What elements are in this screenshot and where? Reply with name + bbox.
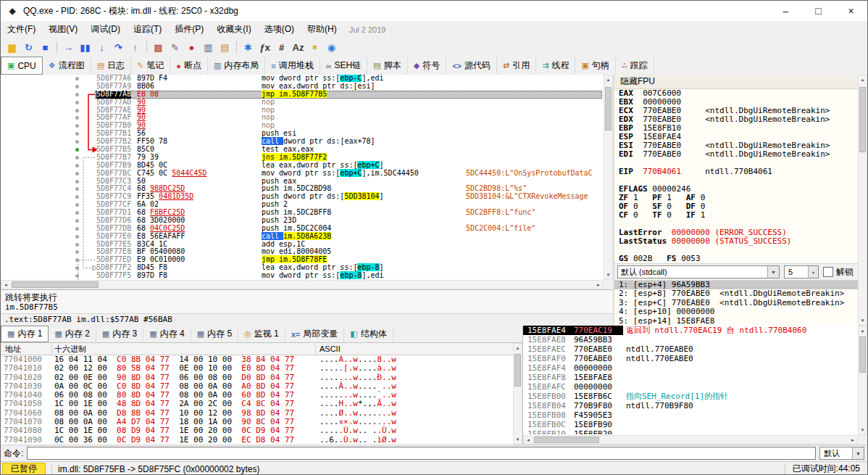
hash-button[interactable]: #: [273, 39, 290, 55]
pause-button[interactable]: ▮▮: [77, 39, 93, 55]
stack-row[interactable]: 15E8FAF815E8FAE8: [523, 373, 858, 382]
stack-row[interactable]: 15E8FAE4770EAC19返回到 ntdll.770EAC19 自 ntd…: [523, 326, 858, 335]
step-over-button[interactable]: ↷: [110, 39, 127, 55]
tab-watch-1[interactable]: ◎监视 1: [238, 326, 285, 342]
argument-row[interactable]: 4: [esp+10] 00000000: [614, 307, 858, 316]
tab-graph[interactable]: ❖流程图: [43, 57, 91, 75]
breakpoint-dot[interactable]: [75, 124, 79, 128]
tab-handles[interactable]: ▣句柄: [575, 57, 615, 75]
scroll-down-icon[interactable]: ▼: [514, 435, 522, 444]
breakpoint-dot[interactable]: [75, 180, 79, 183]
disasm-row[interactable]: 5D8F77F5897D F8mov dword ptr ss:[ebp-8],…: [1, 272, 604, 280]
menu-item-6[interactable]: 选项(O): [258, 23, 301, 36]
menu-item-4[interactable]: 插件(P): [168, 23, 210, 36]
stack-row[interactable]: 15E8FAFC00000000: [523, 382, 858, 392]
tab-dump-3[interactable]: ▦内存 3: [96, 326, 143, 342]
breakpoint-dot[interactable]: [75, 235, 79, 239]
tab-dump-4[interactable]: ▦内存 4: [143, 326, 191, 342]
breakpoint-dot[interactable]: [75, 85, 79, 88]
disasm-row[interactable]: 5D8F77AD90nop: [1, 99, 604, 107]
breakpoint-dot[interactable]: [75, 211, 79, 215]
scroll-down-icon[interactable]: ▼: [859, 426, 867, 434]
dump-row[interactable]: 770410900C 00 36 00 0C D9 04 77 1E 00 20…: [1, 436, 513, 445]
disassembly-vertical-scrollbar[interactable]: ▲▼: [604, 75, 613, 280]
tab-notes[interactable]: ✎笔记: [131, 57, 170, 75]
disasm-row[interactable]: 5D8F77ABEB 08jmp im.5D8F77B5: [1, 91, 604, 99]
command-input[interactable]: [27, 447, 816, 460]
stack-row[interactable]: 15E8FB08F45905E3: [523, 410, 858, 420]
tab-log[interactable]: ▤日志: [91, 57, 131, 75]
stack-row[interactable]: 15E8FAE896A59BB3: [523, 335, 858, 344]
stack-row[interactable]: 15E8FAF400000000: [523, 363, 858, 373]
scroll-left-icon[interactable]: ◄: [524, 436, 533, 444]
register-line[interactable]: EDI 770EABE0 <ntdll.DbgUiRemoteBreakin>: [614, 150, 858, 159]
tab-seh-chain[interactable]: ∞SEH链: [320, 57, 368, 75]
menu-item-0[interactable]: 文件(F): [1, 23, 42, 36]
tab-dump-5[interactable]: ▦内存 5: [191, 326, 238, 342]
breakpoint-dot[interactable]: [75, 243, 79, 247]
tab-dump-2[interactable]: ▦内存 2: [49, 326, 96, 342]
breakpoint-dot[interactable]: [75, 77, 79, 80]
breakpoint-dot[interactable]: [75, 219, 79, 223]
register-line[interactable]: GS 002B FS 0053: [614, 255, 858, 263]
stop-button[interactable]: ■: [37, 39, 54, 55]
scroll-right-icon[interactable]: ►: [848, 436, 857, 444]
disasm-row[interactable]: 5D8F77C9FF35 0481D35Dpush dword ptr ds:[…: [1, 193, 604, 201]
comment-button[interactable]: ✎: [167, 39, 183, 55]
tab-source[interactable]: <>源代码: [446, 57, 497, 75]
run-button[interactable]: →: [60, 39, 77, 55]
tab-locals[interactable]: x=局部变量: [285, 326, 345, 342]
command-profile-select[interactable]: 默认 ▼: [819, 447, 864, 460]
breakpoint-dot[interactable]: [75, 109, 79, 112]
scroll-thumb[interactable]: [514, 354, 521, 387]
dump-vertical-scrollbar[interactable]: ▲▼: [513, 343, 522, 445]
functions-button[interactable]: ƒx: [256, 39, 273, 55]
stack-row[interactable]: 15E8FB04770B9F80ntdll.770B9F80: [523, 401, 858, 410]
registers-vertical-scrollbar[interactable]: ▲▼: [858, 75, 867, 326]
menu-item-7[interactable]: 帮助(H): [301, 23, 343, 36]
stack-row[interactable]: 15E8FB0C15E8FB90: [523, 420, 858, 429]
breakpoint-dot[interactable]: [75, 274, 79, 278]
scroll-down-icon[interactable]: ▼: [604, 270, 612, 279]
menu-item-2[interactable]: 调试(D): [84, 23, 127, 36]
stack-row[interactable]: 15E8FAEC770EABE0ntdll.770EABE0: [523, 344, 858, 354]
chevron-down-icon[interactable]: ▼: [852, 447, 864, 459]
breakpoint-dot[interactable]: [75, 148, 79, 152]
open-file-button[interactable]: ▆: [4, 39, 20, 55]
stack-vertical-scrollbar[interactable]: ▲▼: [858, 326, 867, 435]
tab-references[interactable]: ⇄引用: [497, 57, 536, 75]
tab-threads[interactable]: ⇉线程: [536, 57, 575, 75]
breakpoint-dot[interactable]: [75, 164, 79, 168]
breakpoint-dot[interactable]: [75, 172, 79, 175]
checkbox-box[interactable]: [823, 267, 833, 277]
disasm-row[interactable]: 5D8F77AE90nop: [1, 107, 604, 115]
disasm-row[interactable]: 5D8F77D168 F8BFC25Dpush im.5DC2BFF85DC2B…: [1, 209, 604, 217]
menu-item-1[interactable]: 视图(V): [42, 23, 84, 36]
settings-button[interactable]: ✱: [240, 39, 256, 55]
tab-breakpoints[interactable]: ●断点: [170, 57, 208, 75]
tab-symbols[interactable]: ◆符号: [408, 57, 446, 75]
breakpoint-dot[interactable]: [75, 132, 79, 136]
execute-till-return-button[interactable]: ↑: [127, 39, 143, 55]
tab-struct[interactable]: ◧结构体: [344, 326, 393, 342]
scroll-thumb[interactable]: [859, 87, 866, 152]
restart-button[interactable]: ↻: [20, 39, 37, 55]
unlock-checkbox[interactable]: 解锁: [823, 266, 854, 278]
tab-trace[interactable]: ∴跟踪: [616, 57, 654, 75]
scroll-up-icon[interactable]: ▲: [859, 75, 867, 84]
disassembly-horizontal-scrollbar[interactable]: ◄►: [1, 280, 604, 289]
stack-row[interactable]: 15E8FB1015E8FB20: [523, 429, 858, 434]
menu-item-5[interactable]: 收藏夹(I): [210, 23, 257, 36]
breakpoint-dot[interactable]: [75, 101, 79, 104]
disasm-row[interactable]: 5D8F77B090nop: [1, 122, 604, 130]
minimize-button[interactable]: –: [769, 1, 802, 21]
disasm-row[interactable]: 5D8F77BCC745 0C 5044C45Dmov dword ptr ss…: [1, 170, 604, 178]
register-line[interactable]: EIP 770B4061 ntdll.770B4061: [614, 168, 858, 176]
breakpoint-dot[interactable]: [75, 195, 79, 199]
scroll-up-icon[interactable]: ▲: [514, 344, 522, 352]
scroll-up-icon[interactable]: ▲: [604, 75, 612, 84]
breakpoint-dot[interactable]: [75, 187, 79, 191]
breakpoint-dot[interactable]: [75, 93, 79, 96]
disasm-row[interactable]: 5D8F77AF90nop: [1, 114, 604, 122]
hide-fpu-button[interactable]: 隐藏FPU: [614, 75, 858, 89]
